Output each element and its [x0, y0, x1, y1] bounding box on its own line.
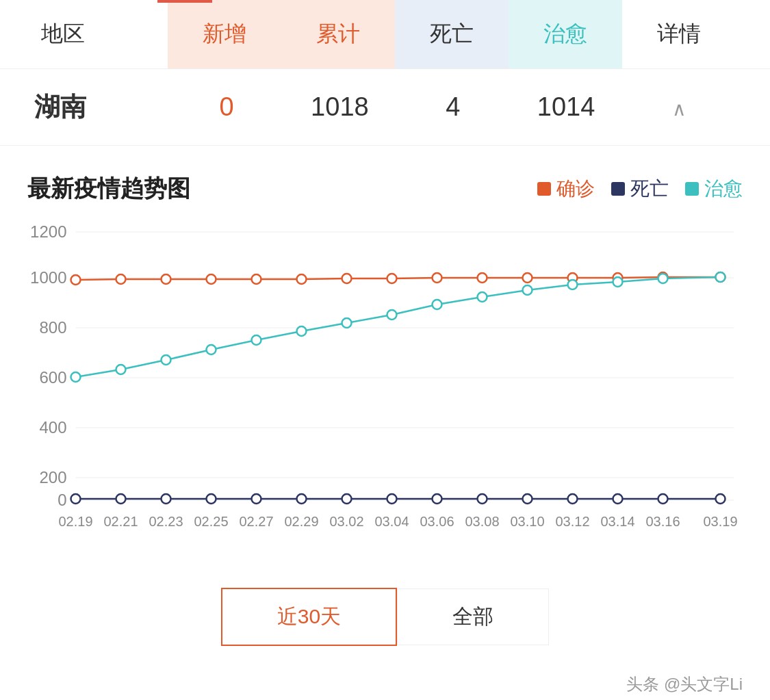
death-dot: [611, 182, 625, 196]
svg-text:03.04: 03.04: [374, 514, 409, 529]
recovered-line: [76, 277, 721, 377]
death-dot-0: [71, 494, 81, 504]
svg-text:02.21: 02.21: [103, 514, 138, 529]
confirmed-dot-9: [478, 273, 487, 283]
recovered-dot-3: [207, 345, 216, 354]
svg-text:0: 0: [57, 491, 66, 509]
recovered-dot-9: [478, 292, 487, 302]
tab-xinzeng[interactable]: 新增: [168, 0, 281, 68]
tab-xiangqing[interactable]: 详情: [622, 0, 736, 68]
svg-text:03.10: 03.10: [510, 514, 544, 529]
death-dot-3: [207, 494, 216, 504]
death-dot-11: [568, 494, 578, 504]
svg-text:02.23: 02.23: [149, 514, 183, 529]
svg-text:02.25: 02.25: [194, 514, 228, 529]
death-dot-8: [433, 494, 442, 504]
svg-text:02.27: 02.27: [239, 514, 273, 529]
death-dot-10: [523, 494, 532, 504]
confirmed-dot: [537, 182, 551, 196]
chart-legend: 确诊 死亡 治愈: [537, 176, 743, 202]
legend-recovered: 治愈: [685, 176, 743, 202]
svg-text:02.19: 02.19: [58, 514, 92, 529]
svg-text:02.29: 02.29: [284, 514, 318, 529]
death-dot-2: [162, 494, 171, 504]
chart-area: 1200 1000 800 600 400 200 0: [27, 218, 743, 547]
confirmed-dot-6: [342, 274, 352, 283]
svg-text:03.14: 03.14: [600, 514, 634, 529]
confirmed-dot-8: [433, 273, 442, 283]
chart-header: 最新疫情趋势图 确诊 死亡 治愈: [27, 173, 743, 205]
death-dot-5: [297, 494, 307, 504]
btn-all[interactable]: 全部: [397, 588, 549, 645]
recovered-dot-2: [162, 355, 171, 365]
death-dot-1: [116, 494, 126, 504]
recovered-dot-6: [342, 318, 352, 328]
siwang-value: 4: [396, 92, 509, 122]
confirmed-label: 确诊: [556, 176, 595, 202]
confirmed-dot-5: [297, 274, 307, 284]
chevron-up-icon: ∧: [672, 99, 686, 120]
confirmed-dot-0: [71, 275, 81, 285]
death-label: 死亡: [630, 176, 669, 202]
svg-text:03.16: 03.16: [645, 514, 680, 529]
death-dot-13: [658, 494, 668, 504]
tab-indicator: [157, 0, 212, 3]
legend-death: 死亡: [611, 176, 669, 202]
svg-text:03.19: 03.19: [703, 514, 737, 529]
death-dot-4: [252, 494, 261, 504]
tab-siwang[interactable]: 死亡: [395, 0, 509, 68]
death-dot-7: [387, 494, 397, 504]
region-name: 湖南: [34, 90, 170, 125]
leiji-value: 1018: [283, 92, 396, 122]
svg-text:800: 800: [39, 318, 66, 337]
zhiyu-value: 1014: [509, 92, 622, 122]
svg-text:1200: 1200: [30, 222, 66, 241]
svg-text:03.02: 03.02: [329, 514, 363, 529]
recovered-dot-0: [71, 372, 81, 382]
recovered-dot-14: [716, 272, 726, 282]
xinzeng-value: 0: [170, 92, 283, 122]
death-dot-6: [342, 494, 352, 504]
expand-button[interactable]: ∧: [623, 92, 736, 122]
recovered-dot-11: [568, 280, 578, 289]
confirmed-dot-2: [162, 274, 171, 284]
recovered-dot: [685, 182, 699, 196]
svg-text:200: 200: [39, 468, 66, 487]
btn-30days[interactable]: 近30天: [221, 588, 397, 646]
confirmed-dot-7: [387, 274, 397, 283]
svg-text:03.12: 03.12: [555, 514, 589, 529]
death-dot-14: [716, 494, 726, 504]
bottom-buttons: 近30天 全部: [0, 567, 770, 666]
header-tab-wrapper: 地区 新增 累计 死亡 治愈 详情: [0, 0, 770, 69]
confirmed-dot-3: [207, 274, 216, 284]
data-row-hunan: 湖南 0 1018 4 1014 ∧: [0, 69, 770, 146]
svg-text:400: 400: [39, 418, 66, 437]
recovered-dot-8: [433, 300, 442, 309]
recovered-dot-12: [613, 277, 623, 287]
confirmed-dot-4: [252, 274, 261, 284]
recovered-dot-5: [297, 326, 307, 336]
recovered-label: 治愈: [704, 176, 743, 202]
chart-title: 最新疫情趋势图: [27, 173, 190, 205]
confirmed-dot-1: [116, 274, 126, 284]
header-tab: 地区 新增 累计 死亡 治愈 详情: [0, 0, 770, 69]
confirmed-dot-10: [523, 273, 532, 283]
recovered-dot-1: [116, 365, 126, 374]
watermark: 头条 @头文字Li: [0, 666, 770, 700]
recovered-dot-4: [252, 335, 261, 345]
chart-svg: 1200 1000 800 600 400 200 0: [27, 218, 743, 547]
recovered-dot-10: [523, 285, 532, 295]
recovered-dot-7: [387, 310, 397, 320]
recovered-dot-13: [658, 274, 668, 283]
svg-text:600: 600: [39, 368, 66, 387]
tab-leiji[interactable]: 累计: [281, 0, 395, 68]
chart-container: 最新疫情趋势图 确诊 死亡 治愈 1200 1000 800 600 400 2…: [0, 153, 770, 560]
svg-text:03.08: 03.08: [465, 514, 499, 529]
svg-text:1000: 1000: [30, 268, 66, 287]
death-dot-12: [613, 494, 623, 504]
death-dot-9: [478, 494, 487, 504]
svg-text:03.06: 03.06: [420, 514, 454, 529]
tab-zhiyu[interactable]: 治愈: [509, 0, 622, 68]
legend-confirmed: 确诊: [537, 176, 595, 202]
tab-region[interactable]: 地区: [34, 0, 168, 68]
